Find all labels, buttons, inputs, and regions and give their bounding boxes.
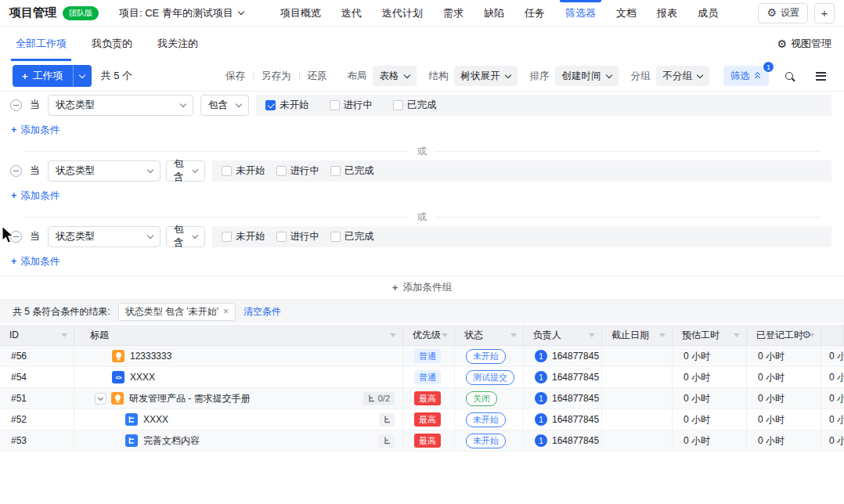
app-title: 项目管理: [9, 5, 56, 20]
add-condition-link[interactable]: 添加条件: [11, 254, 60, 269]
subtask-count-badge[interactable]: 0/2: [363, 392, 395, 405]
field-select[interactable]: 状态类型: [48, 95, 193, 116]
assignee-name: 164877845: [552, 435, 599, 446]
col-header-title[interactable]: 标题: [74, 325, 403, 345]
search-icon: [785, 72, 793, 80]
search-button[interactable]: [778, 66, 800, 86]
table-row[interactable]: #53 完善文档内容 最高 未开始 1 164877845 0 小时 0 小时 …: [0, 430, 844, 452]
tab-reports[interactable]: 报表: [647, 0, 687, 26]
checkbox-in-progress[interactable]: 进行中: [276, 230, 320, 243]
col-header-due-date[interactable]: 截止日期: [602, 325, 673, 345]
layout-label: 布局: [348, 70, 367, 83]
tab-documents[interactable]: 文档: [606, 0, 647, 26]
operator-select[interactable]: 包含: [166, 226, 205, 247]
operator-select[interactable]: 包含: [166, 160, 205, 182]
create-work-item-dropdown[interactable]: [73, 65, 92, 87]
add-condition-link[interactable]: 添加条件: [11, 188, 60, 203]
tree-icon: [368, 394, 375, 402]
sort-select[interactable]: 创建时间: [555, 66, 619, 86]
tree-view-button[interactable]: [379, 434, 395, 448]
filter-condition-row: 当 状态类型 包含 未开始 进行中 已完成: [10, 225, 831, 247]
tab-iteration-plan[interactable]: 迭代计划: [372, 0, 433, 26]
structure-value: 树状展开: [461, 70, 500, 83]
subtask-icon: [125, 413, 138, 426]
cell-assignee: 1 164877845: [524, 430, 602, 451]
cell-overflow: 0 小时: [821, 388, 844, 409]
col-header-id[interactable]: ID: [0, 325, 74, 345]
remove-condition-icon[interactable]: [10, 99, 22, 111]
filter-collapse-button[interactable]: 筛选 1: [723, 66, 769, 86]
work-item-title[interactable]: 完善文档内容: [143, 434, 200, 448]
checkbox-not-started[interactable]: 未开始: [265, 99, 309, 112]
view-tab-followed[interactable]: 我关注的: [157, 27, 198, 61]
table-row[interactable]: #52 XXXX 最高 未开始 1 164877845 0 小时 0 小时 0 …: [0, 409, 844, 430]
structure-select[interactable]: 树状展开: [454, 66, 518, 86]
add-button[interactable]: +: [814, 3, 835, 23]
checkbox-in-progress[interactable]: 进行中: [330, 99, 373, 112]
col-header-status[interactable]: 状态: [455, 325, 524, 345]
view-manage-button[interactable]: 视图管理: [777, 37, 831, 51]
work-item-title[interactable]: XXXX: [143, 414, 168, 425]
project-selector[interactable]: 项目: CE 青年的测试项目: [119, 6, 243, 20]
collapse-toggle[interactable]: [95, 393, 106, 405]
work-item-title[interactable]: 研发管理产品 - 需求提交手册: [129, 392, 251, 405]
checkbox-label: 已完成: [344, 164, 374, 178]
col-header-estimated-hours[interactable]: 预估工时: [673, 325, 747, 345]
clear-conditions-link[interactable]: 清空条件: [243, 305, 281, 319]
tab-project-overview[interactable]: 项目概览: [270, 0, 331, 26]
cell-assignee: 1 164877845: [524, 409, 602, 430]
group-select[interactable]: 不分组: [656, 66, 710, 86]
col-header-priority[interactable]: 优先级: [403, 325, 455, 345]
column-settings-gear-icon[interactable]: [802, 329, 811, 340]
col-header-assignee[interactable]: 负责人: [524, 325, 602, 345]
add-condition-link[interactable]: 添加条件: [11, 122, 60, 138]
cell-overflow: 0 小时: [821, 430, 844, 451]
cell-logged: 0 小时: [747, 409, 821, 430]
plus-icon: +: [821, 6, 828, 20]
tab-filters[interactable]: 筛选器: [555, 0, 606, 26]
filter-panel: 当 状态类型 包含 未开始 进行中 已完成 添加条件: [0, 91, 844, 299]
view-tab-assigned-to-me[interactable]: 我负责的: [92, 27, 132, 61]
work-item-title[interactable]: XXXX: [130, 372, 155, 383]
table-row[interactable]: #54 XXXX 普通 测试提交 1 164877845 0 小时 0 小时 0…: [0, 367, 844, 388]
checkbox-not-started[interactable]: 未开始: [222, 230, 265, 243]
sort-value: 创建时间: [562, 70, 601, 83]
tab-defects[interactable]: 缺陷: [474, 0, 514, 26]
main-nav: 项目概览 迭代 迭代计划 需求 缺陷 任务 筛选器 文档 报表 成员: [270, 0, 728, 26]
add-condition-group-button[interactable]: 添加条件组: [0, 275, 844, 299]
priority-badge: 普通: [414, 349, 441, 363]
checkbox-completed[interactable]: 已完成: [393, 99, 437, 112]
tree-view-button[interactable]: [379, 413, 395, 427]
work-item-title[interactable]: 12333333: [130, 351, 171, 362]
list-view-button[interactable]: [810, 66, 831, 86]
remove-condition-icon[interactable]: [10, 165, 22, 177]
cell-id: #51: [0, 388, 74, 409]
layout-select[interactable]: 表格: [373, 66, 417, 86]
create-work-item-button[interactable]: 工作项: [13, 65, 73, 87]
checkbox: [276, 166, 287, 176]
checkbox-completed[interactable]: 已完成: [330, 164, 374, 178]
tab-iteration[interactable]: 迭代: [331, 0, 372, 26]
tab-requirements[interactable]: 需求: [433, 0, 474, 26]
cell-assignee: 1 164877845: [524, 346, 602, 366]
table-row[interactable]: #51 研发管理产品 - 需求提交手册 0/2 最高 关闭 1 16487784…: [0, 388, 844, 409]
settings-button[interactable]: 设置: [758, 3, 808, 23]
view-tab-all-items[interactable]: 全部工作项: [16, 27, 67, 61]
table-row[interactable]: #56 12333333 普通 未开始 1 164877845 0 小时 0 小…: [0, 346, 844, 367]
cell-estimated: 0 小时: [673, 367, 747, 387]
field-select[interactable]: 状态类型: [48, 160, 161, 182]
field-select[interactable]: 状态类型: [48, 226, 161, 247]
tab-tasks[interactable]: 任务: [514, 0, 555, 26]
close-icon[interactable]: [223, 306, 229, 317]
tab-members[interactable]: 成员: [687, 0, 728, 26]
save-as-button[interactable]: 另存为: [254, 70, 299, 83]
restore-button[interactable]: 还原: [300, 70, 335, 83]
checkbox-completed[interactable]: 已完成: [330, 230, 374, 243]
save-button[interactable]: 保存: [218, 70, 253, 83]
checkbox-in-progress[interactable]: 进行中: [276, 164, 320, 178]
filter-chip-label: 状态类型 包含 '未开始': [125, 305, 218, 319]
checkbox-not-started[interactable]: 未开始: [222, 164, 265, 178]
remove-condition-icon[interactable]: [10, 231, 22, 243]
operator-select[interactable]: 包含: [200, 95, 249, 116]
cell-estimated: 0 小时: [673, 430, 747, 451]
